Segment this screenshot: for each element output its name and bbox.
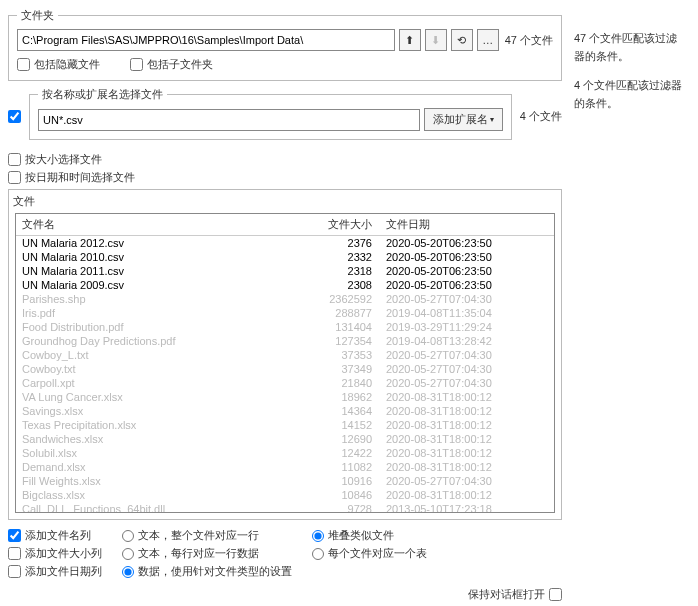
hidden-checkbox[interactable]: 包括隐藏文件 <box>17 57 100 72</box>
table-row[interactable]: Bigclass.xlsx108462020-08-31T18:00:12 <box>16 488 554 502</box>
table-row[interactable]: Parishes.shp23625922020-05-27T07:04:30 <box>16 292 554 306</box>
one-per-table[interactable]: 每个文件对应一个表 <box>312 546 427 561</box>
table-row[interactable]: Cowboy.txt373492020-05-27T07:04:30 <box>16 362 554 376</box>
table-row[interactable]: Groundhog Day Predictions.pdf1273542019-… <box>16 334 554 348</box>
table-row[interactable]: UN Malaria 2009.csv23082020-05-20T06:23:… <box>16 278 554 292</box>
files-group: 文件 文件名 文件大小 文件日期 UN Malaria 2012.csv2376… <box>8 189 562 520</box>
folder-group: 文件夹 ⬆ ⬇ ⟲ … 47 个文件 包括隐藏文件 包括子文件夹 <box>8 8 562 81</box>
name-count: 4 个文件 <box>520 109 562 124</box>
add-ext-button[interactable]: 添加扩展名▾ <box>424 108 503 131</box>
data-type-settings[interactable]: 数据，使用针对文件类型的设置 <box>122 564 292 579</box>
table-row[interactable]: UN Malaria 2011.csv23182020-05-20T06:23:… <box>16 264 554 278</box>
name-filter-input[interactable] <box>38 109 420 131</box>
table-row[interactable]: Iris.pdf2888772019-04-08T11:35:04 <box>16 306 554 320</box>
down-button[interactable]: ⬇ <box>425 29 447 51</box>
table-row[interactable]: Carpoll.xpt218402020-05-27T07:04:30 <box>16 376 554 390</box>
table-row[interactable]: Savings.xlsx143642020-08-31T18:00:12 <box>16 404 554 418</box>
folder-path-input[interactable] <box>17 29 395 51</box>
add-date-col[interactable]: 添加文件日期列 <box>8 564 102 579</box>
text-one-line[interactable]: 文本，整个文件对应一行 <box>122 528 292 543</box>
name-group: 按名称或扩展名选择文件 添加扩展名▾ <box>29 87 512 140</box>
table-row[interactable]: Cowboy_L.txt373532020-05-27T07:04:30 <box>16 348 554 362</box>
add-size-col[interactable]: 添加文件大小列 <box>8 546 102 561</box>
subfolder-checkbox[interactable]: 包括子文件夹 <box>130 57 213 72</box>
table-row[interactable]: Demand.xlsx110822020-08-31T18:00:12 <box>16 460 554 474</box>
table-row[interactable]: UN Malaria 2010.csv23322020-05-20T06:23:… <box>16 250 554 264</box>
name-legend: 按名称或扩展名选择文件 <box>38 87 167 102</box>
files-label: 文件 <box>9 190 561 211</box>
table-row[interactable]: Texas Precipitation.xlsx141522020-08-31T… <box>16 418 554 432</box>
size-filter-checkbox[interactable]: 按大小选择文件 <box>8 152 562 167</box>
name-filter-toggle[interactable] <box>8 110 21 123</box>
browse-button[interactable]: … <box>477 29 499 51</box>
table-row[interactable]: Fill Weights.xlsx109162020-05-27T07:04:3… <box>16 474 554 488</box>
add-name-col[interactable]: 添加文件名列 <box>8 528 102 543</box>
folder-count: 47 个文件 <box>505 33 553 48</box>
up-button[interactable]: ⬆ <box>399 29 421 51</box>
table-row[interactable]: Call_DLL_Functions_64bit.dll97282013-05-… <box>16 502 554 513</box>
stack-similar[interactable]: 堆叠类似文件 <box>312 528 427 543</box>
table-row[interactable]: UN Malaria 2012.csv23762020-05-20T06:23:… <box>16 236 554 250</box>
table-row[interactable]: Food Distribution.pdf1314042019-03-29T11… <box>16 320 554 334</box>
files-body[interactable]: UN Malaria 2012.csv23762020-05-20T06:23:… <box>16 236 554 513</box>
folder-legend: 文件夹 <box>17 8 58 23</box>
keep-open-checkbox[interactable]: 保持对话框打开 <box>8 587 562 602</box>
table-row[interactable]: Solubil.xlsx124222020-08-31T18:00:12 <box>16 446 554 460</box>
col-date[interactable]: 文件日期 <box>376 217 534 232</box>
table-row[interactable]: VA Lung Cancer.xlsx189622020-08-31T18:00… <box>16 390 554 404</box>
text-per-row[interactable]: 文本，每行对应一行数据 <box>122 546 292 561</box>
col-name[interactable]: 文件名 <box>16 217 296 232</box>
date-filter-checkbox[interactable]: 按日期和时间选择文件 <box>8 170 562 185</box>
files-table: 文件名 文件大小 文件日期 UN Malaria 2012.csv2376202… <box>15 213 555 513</box>
side-notes: 47 个文件匹配该过滤器的条件。 4 个文件匹配该过滤器的条件。 <box>570 0 690 606</box>
col-size[interactable]: 文件大小 <box>296 217 376 232</box>
refresh-button[interactable]: ⟲ <box>451 29 473 51</box>
table-row[interactable]: Sandwiches.xlsx126902020-08-31T18:00:12 <box>16 432 554 446</box>
